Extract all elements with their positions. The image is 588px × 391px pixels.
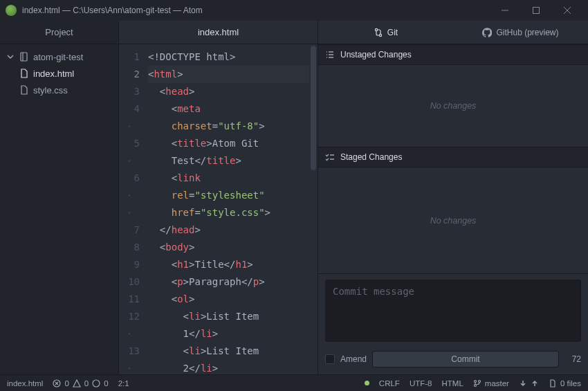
svg-point-7 (478, 380, 480, 382)
file-icon (19, 85, 29, 95)
amend-label: Amend (340, 354, 367, 364)
error-icon (53, 379, 61, 388)
arrow-up-icon (531, 379, 539, 388)
staged-body: No changes (318, 167, 588, 273)
file-icon (549, 379, 557, 388)
list-icon (325, 50, 335, 60)
unstaged-header[interactable]: Unstaged Changes (318, 44, 588, 65)
commit-remaining: 72 (564, 354, 581, 364)
tree-file-label: style.css (33, 85, 68, 96)
tree-file[interactable]: index.html (0, 65, 118, 82)
status-file[interactable]: index.html (7, 379, 43, 388)
warning-icon (73, 379, 81, 388)
amend-checkbox[interactable] (325, 354, 335, 364)
github-icon (482, 28, 492, 37)
status-clean-indicator (365, 381, 369, 385)
svg-rect-1 (21, 53, 27, 61)
svg-point-6 (474, 380, 476, 382)
status-branch[interactable]: master (473, 379, 509, 388)
commit-area: Amend Commit 72 (318, 273, 588, 374)
window-title: index.html — C:\Users\Ann\atom-git-test … (22, 6, 489, 15)
unstaged-body: No changes (318, 65, 588, 147)
status-encoding[interactable]: UTF-8 (410, 379, 432, 388)
dot-green-icon (365, 381, 369, 385)
atom-app-icon (6, 5, 17, 16)
sidebar-header: Project (0, 21, 118, 44)
repo-icon (19, 52, 29, 62)
status-changed-files[interactable]: 0 files (549, 379, 581, 388)
staged-empty: No changes (430, 216, 477, 226)
close-button[interactable] (551, 0, 582, 21)
svg-point-8 (474, 384, 476, 386)
unstaged-empty: No changes (430, 101, 477, 111)
window-controls (489, 0, 582, 21)
tree-file-label: index.html (33, 69, 74, 79)
tab-git-label: Git (387, 28, 398, 37)
tab-github-label: GitHub (preview) (496, 28, 558, 37)
status-eol[interactable]: CRLF (379, 379, 400, 388)
tree-root-label: atom-git-test (33, 52, 83, 62)
status-cursor[interactable]: 2:1 (118, 379, 129, 388)
project-sidebar: Project atom-git-test index.html style.c… (0, 21, 119, 374)
git-branch-icon (473, 379, 481, 388)
staged-title: Staged Changes (340, 152, 402, 162)
editor-tab-label: index.html (198, 27, 239, 37)
editor-tab[interactable]: index.html (119, 21, 318, 44)
svg-point-2 (375, 28, 377, 30)
line-gutter[interactable]: 1 2 3 4 5 6 7 8 9 10 11 12 13 (119, 44, 148, 374)
minimize-button[interactable] (489, 0, 520, 21)
status-bar: index.html 0 0 0 2:1 CRLF UTF-8 HTML mas… (0, 374, 588, 391)
status-diagnostics[interactable]: 0 0 0 (53, 379, 108, 388)
tab-github[interactable]: GitHub (preview) (453, 21, 588, 44)
commit-message-input[interactable] (325, 280, 581, 342)
checklist-icon (325, 152, 335, 162)
staged-header[interactable]: Staged Changes (318, 147, 588, 167)
title-bar: index.html — C:\Users\Ann\atom-git-test … (0, 0, 588, 21)
git-panel: Git GitHub (preview) Unstaged Changes No… (318, 21, 588, 374)
chevron-down-icon (6, 52, 15, 62)
code-area[interactable]: <!DOCTYPE html> <html> <head> <meta char… (148, 44, 318, 374)
git-compare-icon (374, 28, 383, 37)
svg-rect-0 (533, 8, 539, 14)
file-tree: atom-git-test index.html style.css (0, 44, 118, 98)
status-grammar[interactable]: HTML (441, 379, 463, 388)
editor-pane: index.html 1 2 3 4 5 6 7 8 9 10 11 12 (119, 21, 318, 374)
arrow-down-icon (519, 379, 527, 388)
tab-git[interactable]: Git (318, 21, 453, 44)
commit-button-label: Commit (451, 354, 479, 364)
status-fetch[interactable] (519, 379, 539, 388)
svg-point-3 (379, 34, 381, 36)
tree-file[interactable]: style.css (0, 82, 118, 98)
commit-button[interactable]: Commit (372, 351, 559, 367)
maximize-button[interactable] (520, 0, 551, 21)
svg-point-5 (93, 380, 100, 387)
unstaged-title: Unstaged Changes (340, 50, 412, 60)
info-icon (92, 379, 100, 388)
tree-root[interactable]: atom-git-test (0, 48, 118, 65)
file-icon (19, 69, 29, 78)
